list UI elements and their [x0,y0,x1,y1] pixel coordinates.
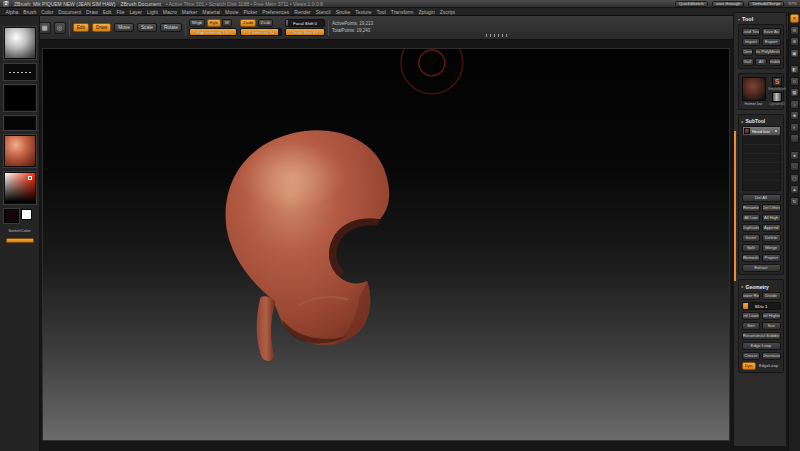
xpose-icon[interactable]: ↔ [790,162,799,171]
transp-icon[interactable]: ◐ [790,123,799,132]
save-as-button[interactable]: Save As [762,28,781,36]
stroke-picker[interactable] [4,64,36,80]
zoom-icon[interactable]: ⊕ [790,37,799,46]
menubar-item[interactable]: Macro [160,9,179,15]
load-tool-button[interactable]: Load Tool [742,28,761,36]
del-all-button[interactable]: Del All [742,194,781,202]
menubar-item[interactable]: Tool [374,9,388,15]
menubar-item[interactable]: Zscript [437,9,457,15]
edit-mode-button[interactable]: Edit [73,23,89,32]
duplicate-button[interactable]: Duplicate [742,224,761,232]
ghost-icon[interactable]: ◌ [790,134,799,143]
solo-icon[interactable]: ● [790,151,799,160]
merge-button[interactable]: Merge [762,244,781,252]
menubar-item[interactable]: Brush [21,9,39,15]
user-button[interactable]: user through [712,1,745,7]
subtool-empty-slot[interactable] [743,145,780,154]
subtool-item[interactable]: Head low [743,127,780,136]
draw-size-slider[interactable]: Draw Size 64 [285,28,325,36]
smt-toggle[interactable]: Smt [742,322,761,330]
geometry-header[interactable]: Geometry [742,284,781,290]
menubar-item[interactable]: Preferences [260,9,292,15]
main-color-swatch[interactable] [4,209,19,223]
menubar-item[interactable]: Marker [179,9,200,15]
alpha-picker[interactable] [4,85,36,111]
goz-button[interactable]: GoZ [742,58,754,66]
all-low-button[interactable]: All Low [742,214,761,222]
m-toggle[interactable]: M [222,19,232,27]
viewport-model[interactable] [43,49,729,440]
frame-icon[interactable]: ▢ [790,174,799,183]
quicksketch-button[interactable]: QuickSketch [675,1,708,7]
material-picker[interactable] [4,135,36,167]
remesh-button[interactable]: Remesh [742,254,761,262]
subtool-empty-slot[interactable] [743,172,780,181]
del-higher-button[interactable]: Del Higher [762,312,781,320]
rotate-3d-icon[interactable]: ↻ [790,197,799,206]
scroll-icon[interactable]: ⊙ [790,26,799,35]
active-color-bar[interactable] [6,238,34,243]
dynamic-subdiv-button[interactable]: Dyn [742,362,756,370]
extract-button[interactable]: Extract [742,264,781,272]
current-tool-thumbnail[interactable] [742,77,766,101]
menubar-item[interactable]: Alpha [3,9,21,15]
menubar-item[interactable]: Document [56,9,84,15]
zadd-toggle[interactable]: Zadd [240,19,256,27]
tray-toggle-icon[interactable]: ≡ [790,14,799,23]
floor-grid-icon[interactable]: ▦ [790,88,799,97]
import-button[interactable]: Import [742,38,761,46]
simplebrush-thumbnail[interactable]: S [772,77,782,87]
goz-visible-button[interactable]: Visible [769,58,781,66]
subtool-empty-slot[interactable] [743,163,780,172]
crease-button[interactable]: Crease [742,352,761,360]
menubar-item[interactable]: Picker [241,9,260,15]
rename-button[interactable]: Rename [742,204,761,212]
suv-toggle[interactable]: Suv [762,322,781,330]
move-mode-button[interactable]: Move [114,23,134,32]
subtool-empty-slot[interactable] [743,154,780,163]
cylinder3d-thumbnail[interactable] [772,92,782,102]
z-intensity-slider[interactable]: Z Intensity 92 [240,28,282,36]
lower-res-button[interactable]: Lower Res [742,292,761,300]
clone-button[interactable]: Clone [742,48,754,56]
rotate-mode-button[interactable]: Rotate [160,23,182,32]
lightbox-grid-icon[interactable] [39,22,51,34]
all-high-button[interactable]: All High [762,214,781,222]
subtool-empty-slot[interactable] [743,136,780,145]
menubar-item[interactable]: Transform [388,9,416,15]
menubar-item[interactable]: Texture [353,9,374,15]
menubar-item[interactable]: Zplugin [416,9,437,15]
rgb-intensity-slider[interactable]: Rgb Intensity 100 [189,28,237,36]
switch-color-button[interactable]: SwitchColor [8,228,30,233]
project-button[interactable]: Project [762,254,781,262]
projection-master-icon[interactable] [54,22,66,34]
menubar-item[interactable]: Material [200,9,223,15]
lsym-icon[interactable]: ◈ [790,111,799,120]
export-button[interactable]: Export [762,38,781,46]
delete-button[interactable]: Delete [762,234,781,242]
insert-button[interactable]: Insert [742,234,761,242]
color-picker[interactable] [4,172,36,204]
split-button[interactable]: Split [742,244,761,252]
append-button[interactable]: Append [762,224,781,232]
make-polymesh3d-button[interactable]: Make PolyMesh3D [755,48,781,56]
focal-shift-slider[interactable]: Focal Shift 0 [285,19,325,27]
actual-size-icon[interactable]: ▣ [790,49,799,58]
menubar-item[interactable]: Edit [100,9,114,15]
menubar-item[interactable]: Stencil [313,9,333,15]
subtool-header[interactable]: SubTool [742,118,781,124]
timeline-ticks[interactable] [486,34,508,37]
goz-all-button[interactable]: All [755,58,767,66]
zsub-toggle[interactable]: Zsub [258,19,274,27]
reconstruct-subdiv-button[interactable]: Reconstruct Subdiv [742,332,781,340]
mrgb-toggle[interactable]: Mrgb [189,19,205,27]
brush-picker[interactable] [4,27,36,59]
del-lower-button[interactable]: Del Lower [742,312,761,320]
palette-scrollbar[interactable] [734,131,736,281]
visibility-eye-icon[interactable] [774,129,778,133]
del-other-button[interactable]: Del Other [762,204,781,212]
menubar-item[interactable]: Color [39,9,56,15]
tool-palette-title[interactable]: Tool [738,15,784,24]
uncrease-button[interactable]: Uncrease [762,352,781,360]
default-zscript-button[interactable]: DefaultZScript [748,1,784,7]
